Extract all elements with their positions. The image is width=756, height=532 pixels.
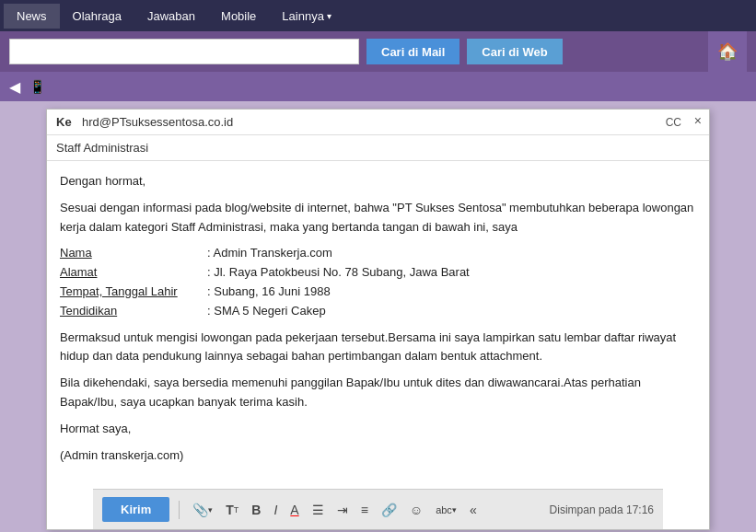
field-alamat-label: Alamat: [60, 263, 207, 283]
page-wrapper: Ke hrd@PTsuksessentosa.co.id CC × Staff …: [0, 109, 756, 532]
attach-button[interactable]: 📎 ▾: [189, 501, 216, 519]
nav-item-olahraga[interactable]: Olahraga: [60, 4, 134, 29]
nav-bar: News Olahraga Jawaban Mobile Lainnya ▾: [0, 0, 756, 31]
info-row-alamat: Alamat : Jl. Raya Patokbeusi No. 78 Suba…: [60, 263, 696, 283]
cari-web-button[interactable]: Cari di Web: [467, 39, 562, 64]
field-nama-value: : Admin Transkerja.com: [207, 244, 332, 263]
text-size-button[interactable]: T T: [222, 501, 242, 519]
email-body: Dengan hormat, Sesuai dengan informasi p…: [47, 161, 709, 483]
email-toolbar: Kirim 📎 ▾ T T B I A ☰: [93, 489, 663, 529]
spellcheck-icon: abc: [436, 504, 452, 515]
text-small-icon: T: [234, 505, 239, 515]
body-greeting: Dengan hormat,: [60, 172, 696, 191]
email-subject-row: Staff Administrasi: [47, 135, 709, 161]
link-icon: 🔗: [381, 503, 397, 517]
italic-icon: I: [273, 503, 277, 517]
field-ttl-value: : Subang, 16 Juni 1988: [207, 283, 331, 302]
back-icon[interactable]: ◀: [9, 78, 20, 96]
subject-value: Staff Administrasi: [56, 141, 148, 155]
indent-button[interactable]: ⇥: [333, 501, 352, 519]
list-button[interactable]: ☰: [308, 501, 328, 519]
body-para3: Bila dikehendaki, saya bersedia memenuhi…: [60, 374, 696, 412]
align-button[interactable]: ≡: [357, 501, 372, 519]
field-ttl-label: Tempat, Tanggal Lahir: [60, 283, 207, 302]
search-bar: Cari di Mail Cari di Web 🏠: [0, 31, 756, 72]
indent-icon: ⇥: [337, 503, 348, 517]
font-color-button[interactable]: A: [286, 501, 302, 519]
home-icon[interactable]: 🏠: [717, 41, 738, 62]
info-row-pendidikan: Tendidikan : SMA 5 Negeri Cakep: [60, 302, 696, 321]
email-to-row: Ke hrd@PTsuksessentosa.co.id CC ×: [47, 110, 709, 135]
body-signature: (Admin transkerja.com): [60, 446, 696, 466]
more-icon: «: [470, 503, 477, 517]
toolbar-separator-1: [179, 501, 180, 519]
spellcheck-button[interactable]: abc ▾: [432, 503, 460, 517]
info-table: Nama : Admin Transkerja.com Alamat : Jl.…: [60, 244, 696, 320]
to-label: Ke: [56, 115, 75, 129]
body-intro: Sesuai dengan informasi pada blog/websit…: [60, 199, 696, 237]
body-para2: Bermaksud untuk mengisi lowongan pada pe…: [60, 329, 696, 367]
align-icon: ≡: [361, 503, 368, 517]
nav-item-jawaban[interactable]: Jawaban: [134, 4, 208, 29]
field-pendidikan-label: Tendidikan: [60, 302, 207, 321]
attach-icon: 📎: [192, 503, 208, 517]
chevron-down-icon: ▾: [327, 11, 331, 21]
search-input[interactable]: [9, 39, 359, 64]
close-button[interactable]: ×: [694, 113, 702, 128]
nav-item-lainnya[interactable]: Lainnya ▾: [269, 4, 344, 29]
field-alamat-value: : Jl. Raya Patokbeusi No. 78 Subang, Jaw…: [207, 263, 470, 283]
info-row-ttl: Tempat, Tanggal Lahir : Subang, 16 Juni …: [60, 283, 696, 302]
emoji-icon: ☺: [410, 503, 423, 517]
attach-dropdown-icon: ▾: [208, 505, 213, 515]
cc-label[interactable]: CC: [666, 116, 681, 129]
icon-bar: ◀ 📱: [0, 72, 756, 101]
bold-icon: B: [251, 503, 261, 517]
text-size-icon: T: [226, 503, 234, 517]
bold-button[interactable]: B: [248, 501, 264, 519]
home-icon-wrap: 🏠: [708, 31, 747, 72]
field-nama-label: Nama: [60, 244, 207, 263]
more-options-button[interactable]: «: [466, 501, 481, 519]
field-pendidikan-value: : SMA 5 Negeri Cakep: [207, 302, 326, 321]
emoji-button[interactable]: ☺: [406, 501, 426, 519]
body-closing: Hormat saya,: [60, 420, 696, 439]
cari-mail-button[interactable]: Cari di Mail: [366, 39, 459, 64]
spellcheck-dropdown-icon: ▾: [452, 505, 457, 515]
email-compose-window: Ke hrd@PTsuksessentosa.co.id CC × Staff …: [46, 109, 710, 530]
nav-item-mobile[interactable]: Mobile: [208, 4, 269, 29]
link-button[interactable]: 🔗: [378, 501, 401, 519]
mobile-icon[interactable]: 📱: [29, 79, 45, 94]
italic-button[interactable]: I: [270, 501, 281, 519]
kirim-button[interactable]: Kirim: [102, 497, 169, 522]
info-row-nama: Nama : Admin Transkerja.com: [60, 244, 696, 263]
font-color-icon: A: [290, 503, 298, 517]
nav-item-news[interactable]: News: [4, 4, 60, 29]
to-value: hrd@PTsuksessentosa.co.id: [82, 115, 700, 129]
saved-status: Disimpan pada 17:16: [550, 503, 654, 516]
list-icon: ☰: [312, 503, 324, 517]
